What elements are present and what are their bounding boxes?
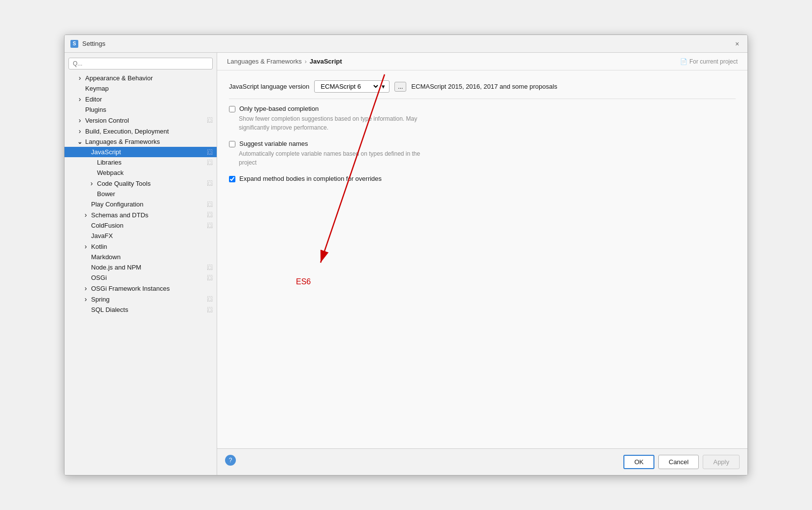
chevron-right-icon <box>82 211 89 219</box>
content-area: Appearance & BehaviorKeymapEditorPlugins… <box>65 53 747 475</box>
search-input[interactable] <box>68 58 213 69</box>
chevron-right-icon <box>88 179 95 187</box>
sidebar-item-build-execution-deployment[interactable]: Build, Execution, Deployment <box>65 126 217 136</box>
sidebar-item-javafx[interactable]: JavaFX <box>65 231 217 241</box>
chevron-down-icon <box>76 138 83 145</box>
divider-1 <box>229 99 736 99</box>
sidebar-item-label: OSGi Framework Instances <box>91 285 170 292</box>
checkbox-row-2: Suggest variable names <box>229 140 736 147</box>
sidebar-item-bower[interactable]: Bower <box>65 189 217 199</box>
sidebar-item-label: Play Configuration <box>91 201 143 208</box>
expand-method-bodies-checkbox[interactable] <box>229 176 235 182</box>
sidebar-item-label: Appearance & Behavior <box>85 74 153 82</box>
sidebar-item-libraries[interactable]: Libraries⿴ <box>65 157 217 168</box>
breadcrumb-separator: › <box>305 58 307 65</box>
copy-icon: ⿴ <box>207 307 213 313</box>
sidebar-item-languages-frameworks[interactable]: Languages & Frameworks <box>65 136 217 147</box>
footer-bar: ? OK Cancel Apply <box>217 448 747 475</box>
breadcrumb-current: JavaScript <box>310 58 342 65</box>
version-select-input[interactable]: ECMAScript 6ECMAScript 5.1ECMAScript 201… <box>319 82 380 91</box>
footer-left: ? <box>225 455 236 469</box>
sidebar-item-label: JavaScript <box>91 148 121 156</box>
chevron-right-icon <box>82 242 89 250</box>
sidebar-item-label: Version Control <box>85 117 129 124</box>
version-description: ECMAScript 2015, 2016, 2017 and some pro… <box>411 83 557 90</box>
sidebar-item-editor[interactable]: Editor <box>65 94 217 104</box>
sidebar-item-code-quality-tools[interactable]: Code Quality Tools⿴ <box>65 178 217 189</box>
sidebar-item-appearance-behavior[interactable]: Appearance & Behavior <box>65 72 217 83</box>
chevron-right-icon <box>82 295 89 303</box>
sidebar-item-play-configuration[interactable]: Play Configuration⿴ <box>65 199 217 209</box>
sidebar-item-label: Keymap <box>85 85 109 92</box>
ok-button[interactable]: OK <box>623 455 654 469</box>
sidebar-item-sql-dialects[interactable]: SQL Dialects⿴ <box>65 305 217 315</box>
checkbox-section-2: Suggest variable names Automatically com… <box>229 140 736 167</box>
chevron-right-icon <box>76 74 83 82</box>
sidebar-item-label: Kotlin <box>91 243 107 250</box>
es6-annotation-label: ES6 <box>296 277 311 286</box>
sidebar-item-label: Node.js and NPM <box>91 264 141 271</box>
sidebar-item-label: Markdown <box>91 253 121 261</box>
suggest-variable-names-label[interactable]: Suggest variable names <box>239 140 308 147</box>
checkbox-row-3: Expand method bodies in completion for o… <box>229 175 736 182</box>
sidebar-item-version-control[interactable]: Version Control⿴ <box>65 115 217 126</box>
breadcrumb-note: 📄 For current project <box>680 58 738 65</box>
breadcrumb-parent: Languages & Frameworks <box>227 58 302 65</box>
breadcrumb-bar: Languages & Frameworks › JavaScript 📄 Fo… <box>217 53 747 70</box>
sidebar-item-label: Spring <box>91 296 110 303</box>
sidebar-item-label: Bower <box>97 190 115 198</box>
cancel-button[interactable]: Cancel <box>658 455 699 469</box>
breadcrumb-note-text: For current project <box>689 58 738 65</box>
sidebar-item-javascript[interactable]: JavaScript⿴ <box>65 147 217 157</box>
expand-method-bodies-label[interactable]: Expand method bodies in completion for o… <box>239 175 382 182</box>
help-button[interactable]: ? <box>225 455 236 466</box>
title-bar-left: S Settings <box>70 40 105 48</box>
dots-button[interactable]: ... <box>394 82 406 92</box>
settings-body: JavaScript language version ECMAScript 6… <box>217 70 747 448</box>
main-panel: Languages & Frameworks › JavaScript 📄 Fo… <box>217 53 747 475</box>
checkbox-section-1: Only type-based completion Show fewer co… <box>229 105 736 132</box>
sidebar: Appearance & BehaviorKeymapEditorPlugins… <box>65 53 217 475</box>
copy-icon: ⿴ <box>207 265 213 271</box>
sidebar-item-label: Plugins <box>85 106 106 113</box>
app-icon: S <box>70 40 78 48</box>
title-bar: S Settings × <box>65 35 747 53</box>
sidebar-item-osgi-framework-instances[interactable]: OSGi Framework Instances <box>65 283 217 294</box>
checkbox-section-3: Expand method bodies in completion for o… <box>229 175 736 182</box>
sidebar-item-markdown[interactable]: Markdown <box>65 252 217 262</box>
sidebar-item-label: Code Quality Tools <box>97 180 151 187</box>
type-based-completion-desc: Show fewer completion suggestions based … <box>239 114 736 132</box>
sidebar-item-webpack[interactable]: Webpack <box>65 168 217 178</box>
sidebar-item-nodejs-npm[interactable]: Node.js and NPM⿴ <box>65 262 217 272</box>
version-select-wrapper[interactable]: ECMAScript 6ECMAScript 5.1ECMAScript 201… <box>314 80 390 93</box>
apply-button[interactable]: Apply <box>703 455 740 469</box>
copy-icon: ⿴ <box>207 149 213 155</box>
sidebar-item-schemas-dtds[interactable]: Schemas and DTDs⿴ <box>65 209 217 220</box>
copy-icon: ⿴ <box>207 212 213 218</box>
language-version-label: JavaScript language version <box>229 83 309 90</box>
sidebar-item-kotlin[interactable]: Kotlin <box>65 241 217 252</box>
suggest-variable-names-checkbox[interactable] <box>229 141 235 147</box>
chevron-right-icon <box>76 127 83 135</box>
copy-icon: ⿴ <box>207 160 213 166</box>
language-version-row: JavaScript language version ECMAScript 6… <box>229 80 736 93</box>
sidebar-item-label: Libraries <box>97 159 122 166</box>
copy-icon: ⿴ <box>207 202 213 207</box>
chevron-down-icon: ▾ <box>382 83 385 90</box>
sidebar-item-plugins[interactable]: Plugins <box>65 104 217 115</box>
breadcrumb-note-icon: 📄 <box>680 58 687 65</box>
chevron-right-icon <box>82 284 89 292</box>
sidebar-item-osgi[interactable]: OSGi⿴ <box>65 272 217 283</box>
type-based-completion-checkbox[interactable] <box>229 106 235 112</box>
svg-line-0 <box>321 74 385 263</box>
chevron-right-icon <box>76 116 83 124</box>
type-based-completion-label[interactable]: Only type-based completion <box>239 105 319 112</box>
sidebar-item-label: JavaFX <box>91 232 113 239</box>
sidebar-item-keymap[interactable]: Keymap <box>65 83 217 94</box>
sidebar-item-spring[interactable]: Spring⿴ <box>65 294 217 305</box>
close-button[interactable]: × <box>733 39 742 48</box>
copy-icon: ⿴ <box>207 117 213 123</box>
settings-window: S Settings × Appearance & BehaviorKeymap… <box>64 34 748 476</box>
sidebar-item-coldfusion[interactable]: ColdFusion⿴ <box>65 220 217 231</box>
checkbox-row-1: Only type-based completion <box>229 105 736 112</box>
